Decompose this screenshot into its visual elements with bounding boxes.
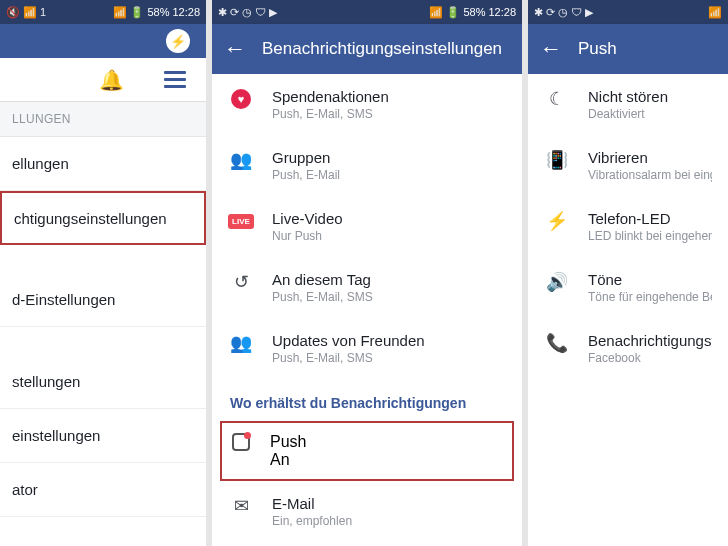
- settings-content: LLUNGEN ellungen chtigungseinstellungen …: [0, 102, 206, 546]
- row-title: Push: [270, 433, 306, 451]
- row-sub: Ein, empfohlen: [272, 514, 506, 528]
- clock-icon: ↺: [230, 271, 252, 293]
- appbar-title: Push: [578, 39, 617, 59]
- row-sub: Vibrationsalarm bei eingehenden Benachri…: [588, 168, 712, 182]
- mail-icon: ✉: [230, 495, 252, 517]
- battery-icon: 🔋: [130, 6, 144, 19]
- nav-item[interactable]: ator: [0, 463, 206, 517]
- nav-label: ator: [12, 481, 38, 498]
- app-icon: ✱: [218, 6, 227, 19]
- row-title: Telefon-LED: [588, 210, 712, 227]
- row-sub: Push, E-Mail, SMS: [272, 290, 506, 304]
- back-icon[interactable]: ←: [540, 36, 562, 62]
- nav-label: d-Einstellungen: [12, 291, 115, 308]
- statusbar: 🔇 📶 1 📶 🔋 58% 12:28: [0, 0, 206, 24]
- signal-icon: 📶: [429, 6, 443, 19]
- row-title: Live-Video: [272, 210, 506, 227]
- nav-label: chtigungseinstellungen: [14, 210, 167, 227]
- row-dnd[interactable]: ☾ Nicht störenDeaktiviert: [528, 74, 728, 135]
- vibrate-icon: 📳: [546, 149, 568, 171]
- row-title: Spendenaktionen: [272, 88, 506, 105]
- row-sub: Deaktiviert: [588, 107, 712, 121]
- row-sub: Push, E-Mail, SMS: [272, 351, 506, 365]
- group-icon: 👥: [230, 149, 252, 171]
- mute-icon: 🔇: [6, 6, 20, 19]
- signal-icon: 📶: [113, 6, 127, 19]
- bolt-icon: ⚡: [546, 210, 568, 232]
- nav-label: stellungen: [12, 373, 80, 390]
- signal-icon: 📶: [708, 6, 722, 19]
- row-sub: LED blinkt bei eingehenden Benachrichtig…: [588, 229, 712, 243]
- row-sub: An: [270, 451, 306, 469]
- subheader: Wo erhältst du Benachrichtigungen: [212, 379, 522, 421]
- clock-text: 12:28: [172, 6, 200, 18]
- statusbar: ✱ ⟳ ◷ 🛡 ▶ 📶 🔋 58% 12:28: [212, 0, 522, 24]
- row-title: Nicht stören: [588, 88, 712, 105]
- messenger-icon[interactable]: ⚡: [166, 29, 190, 53]
- battery-text: 58%: [463, 6, 485, 18]
- appbar-title: Benachrichtigungseinstellungen: [262, 39, 502, 59]
- shield-icon: 🛡: [571, 6, 582, 18]
- shield-icon: 🛡: [255, 6, 266, 18]
- row-ringtone[interactable]: 📞 BenachrichtigungstonFacebook: [528, 318, 728, 379]
- back-icon[interactable]: ←: [224, 36, 246, 62]
- row-title: Updates von Freunden: [272, 332, 506, 349]
- section-header: LLUNGEN: [0, 102, 206, 137]
- sync-icon: ⟳: [230, 6, 239, 19]
- row-sms[interactable]: 💬 SMSKeine • Füge eine Handynummer hinzu: [212, 542, 522, 546]
- friends-icon: 👥: [230, 332, 252, 354]
- row-vibrate[interactable]: 📳 VibrierenVibrationsalarm bei eingehend…: [528, 135, 728, 196]
- push-content: ☾ Nicht störenDeaktiviert 📳 VibrierenVib…: [528, 74, 728, 546]
- clock-icon: ◷: [558, 6, 568, 19]
- nav-label: ellungen: [12, 155, 69, 172]
- nav-item[interactable]: stellungen: [0, 355, 206, 409]
- wifi-icon: 📶: [23, 6, 37, 19]
- sim-badge: 1: [40, 6, 46, 18]
- appbar: ← Push: [528, 24, 728, 74]
- phone-settings-list: 🔇 📶 1 📶 🔋 58% 12:28 ⚡ 🔔 LLUNGEN ellungen…: [0, 0, 206, 546]
- nav-item-notifications[interactable]: chtigungseinstellungen: [0, 191, 206, 245]
- row-title: Vibrieren: [588, 149, 712, 166]
- messenger-bar: ⚡: [0, 24, 206, 58]
- row-title: Töne: [588, 271, 712, 288]
- nav-item[interactable]: ellungen: [0, 137, 206, 191]
- phone-icon: 📞: [546, 332, 568, 354]
- row-live[interactable]: LIVE Live-VideoNur Push: [212, 196, 522, 257]
- clock-icon: ◷: [242, 6, 252, 19]
- row-led[interactable]: ⚡ Telefon-LEDLED blinkt bei eingehenden …: [528, 196, 728, 257]
- row-sub: Facebook: [588, 351, 712, 365]
- row-push[interactable]: PushAn: [220, 421, 514, 481]
- row-friendupdates[interactable]: 👥 Updates von FreundenPush, E-Mail, SMS: [212, 318, 522, 379]
- sync-icon: ⟳: [546, 6, 555, 19]
- row-title: An diesem Tag: [272, 271, 506, 288]
- row-groups[interactable]: 👥 GruppenPush, E-Mail: [212, 135, 522, 196]
- tab-bar: 🔔: [0, 58, 206, 102]
- nav-item[interactable]: d-Einstellungen: [0, 273, 206, 327]
- statusbar: ✱ ⟳ ◷ 🛡 ▶ 📶: [528, 0, 728, 24]
- battery-icon: 🔋: [446, 6, 460, 19]
- play-icon: ▶: [269, 6, 277, 19]
- row-fundraisers[interactable]: ♥ SpendenaktionenPush, E-Mail, SMS: [212, 74, 522, 135]
- row-sub: Nur Push: [272, 229, 506, 243]
- push-icon: [232, 433, 250, 451]
- row-title: E-Mail: [272, 495, 506, 512]
- row-sounds[interactable]: 🔊 TöneTöne für eingehende Benachrichtigu…: [528, 257, 728, 318]
- nav-label: einstellungen: [12, 427, 100, 444]
- app-icon: ✱: [534, 6, 543, 19]
- appbar: ← Benachrichtigungseinstellungen: [212, 24, 522, 74]
- hamburger-icon[interactable]: [164, 71, 186, 88]
- phone-notification-settings: ✱ ⟳ ◷ 🛡 ▶ 📶 🔋 58% 12:28 ← Benachrichtigu…: [212, 0, 522, 546]
- row-sub: Push, E-Mail, SMS: [272, 107, 506, 121]
- sound-icon: 🔊: [546, 271, 568, 293]
- heart-icon: ♥: [230, 88, 252, 110]
- row-sub: Töne für eingehende Benachrichtigungen a…: [588, 290, 712, 304]
- play-icon: ▶: [585, 6, 593, 19]
- phone-push-settings: ✱ ⟳ ◷ 🛡 ▶ 📶 ← Push ☾ Nicht störenDeaktiv…: [528, 0, 728, 546]
- row-email[interactable]: ✉ E-MailEin, empfohlen: [212, 481, 522, 542]
- nav-item[interactable]: einstellungen: [0, 409, 206, 463]
- row-sub: Push, E-Mail: [272, 168, 506, 182]
- bell-icon[interactable]: 🔔: [99, 68, 124, 92]
- row-onthisday[interactable]: ↺ An diesem TagPush, E-Mail, SMS: [212, 257, 522, 318]
- live-icon: LIVE: [230, 210, 252, 232]
- notification-content: ♥ SpendenaktionenPush, E-Mail, SMS 👥 Gru…: [212, 74, 522, 546]
